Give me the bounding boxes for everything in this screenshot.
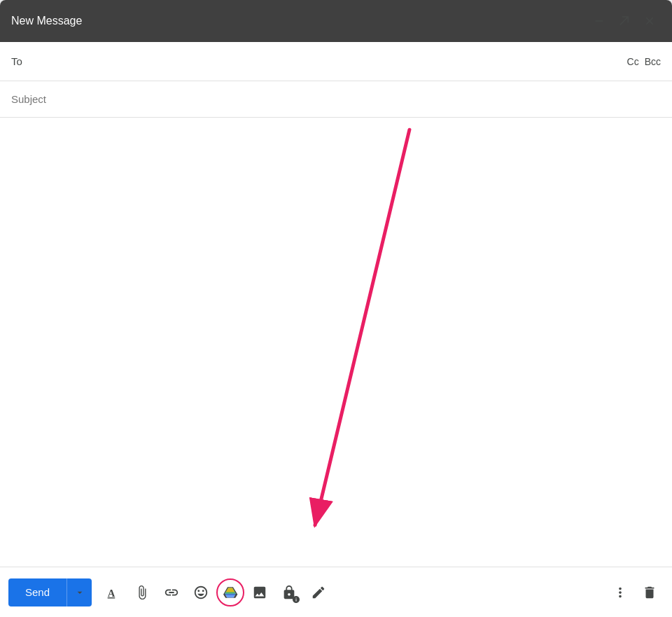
compose-window: New Message To Cc Bcc: [0, 0, 672, 617]
attach-file-button[interactable]: [128, 578, 156, 606]
header-actions: [588, 10, 661, 32]
cc-bcc-buttons: Cc Bcc: [627, 56, 661, 67]
signature-button[interactable]: [304, 578, 332, 606]
toolbar-right: [606, 578, 664, 606]
to-label: To: [11, 55, 46, 67]
compose-header: New Message: [0, 0, 672, 42]
to-input[interactable]: [46, 55, 627, 67]
bcc-button[interactable]: Bcc: [645, 56, 661, 67]
to-row: To Cc Bcc: [0, 42, 672, 81]
compose-toolbar: Send A: [0, 567, 672, 617]
compose-body: [0, 118, 672, 567]
send-button-group: Send: [8, 578, 92, 606]
maximize-button[interactable]: [613, 10, 636, 32]
emoji-button[interactable]: [187, 578, 215, 606]
body-input[interactable]: [11, 129, 661, 555]
close-button[interactable]: [638, 10, 661, 32]
svg-text:A: A: [108, 587, 115, 598]
google-drive-button[interactable]: [216, 578, 244, 606]
insert-photo-button[interactable]: [246, 578, 274, 606]
insert-link-button[interactable]: [158, 578, 186, 606]
more-options-button[interactable]: [606, 578, 634, 606]
discard-draft-button[interactable]: [636, 578, 664, 606]
send-button[interactable]: Send: [8, 578, 66, 606]
subject-input[interactable]: [11, 93, 661, 105]
format-text-button[interactable]: A: [99, 578, 127, 606]
send-dropdown-button[interactable]: [66, 578, 92, 606]
cc-button[interactable]: Cc: [627, 56, 639, 67]
minimize-button[interactable]: [588, 10, 610, 32]
subject-row: [0, 81, 672, 118]
confidential-mode-button[interactable]: [275, 578, 303, 606]
compose-title: New Message: [11, 15, 82, 27]
